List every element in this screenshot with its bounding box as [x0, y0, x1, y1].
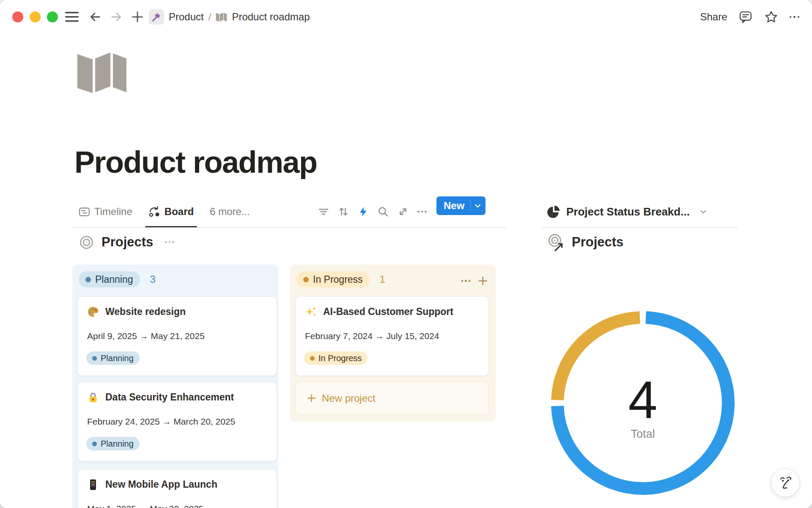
status-pill-inprogress: In Progress — [296, 271, 370, 287]
tab-timeline-label: Timeline — [94, 206, 132, 218]
app-window: Product / Product roadmap Share — [0, 0, 812, 508]
comment-icon — [739, 10, 753, 24]
project-card-mobile-app[interactable]: New Mobile App Launch May 1, 2025 → May … — [77, 469, 277, 508]
column-options-button[interactable] — [461, 280, 471, 282]
status-label: Planning — [95, 274, 133, 285]
pie-chart-icon — [547, 205, 560, 218]
filter-icon — [318, 206, 329, 217]
map-icon — [216, 12, 227, 22]
new-button[interactable]: New — [436, 200, 470, 212]
project-card-data-security[interactable]: Data Security Enhancement February 24, 2… — [77, 382, 277, 461]
board-icon — [148, 206, 160, 218]
sidebar-toggle-button[interactable] — [65, 11, 79, 22]
breadcrumb-separator: / — [208, 11, 211, 23]
ai-face-icon — [777, 475, 793, 491]
view-more-options-button[interactable] — [417, 211, 427, 213]
forward-arrow-icon — [110, 11, 123, 23]
new-button-dropdown[interactable] — [471, 202, 486, 210]
status-label: Planning — [101, 439, 134, 449]
more-views-button[interactable]: 6 more... — [210, 206, 250, 218]
traffic-light-close[interactable] — [12, 11, 23, 22]
hamburger-icon — [65, 11, 79, 22]
back-arrow-icon — [89, 11, 102, 23]
expand-button[interactable] — [398, 206, 409, 217]
share-button[interactable]: Share — [700, 11, 727, 23]
target-icon — [79, 235, 94, 250]
breadcrumb-item-product[interactable]: Product — [169, 11, 204, 23]
sort-icon — [338, 206, 349, 217]
breadcrumb-workspace-button[interactable] — [149, 9, 164, 25]
star-icon — [764, 10, 778, 24]
palette-icon — [87, 306, 99, 318]
filter-button[interactable] — [318, 206, 329, 217]
sort-button[interactable] — [338, 206, 349, 217]
chevron-down-icon — [474, 202, 481, 210]
mobile-icon — [87, 478, 99, 491]
search-icon — [378, 206, 389, 217]
project-card-ai-support[interactable]: AI-Based Customer Support February 7, 20… — [295, 296, 489, 376]
widget-header-dropdown[interactable]: Project Status Breakd... — [547, 196, 708, 228]
sparkles-icon — [304, 306, 317, 318]
card-title: Data Security Enhancement — [105, 392, 234, 403]
favorite-button[interactable] — [764, 10, 778, 24]
tab-board-label: Board — [165, 206, 194, 218]
new-project-button[interactable]: New project — [295, 382, 489, 414]
new-button-group: New — [436, 196, 486, 215]
donut-total-label: Total — [551, 428, 735, 441]
card-status-tag: Planning — [86, 437, 140, 450]
status-dot — [92, 442, 97, 446]
expand-icon — [398, 206, 409, 217]
new-project-label: New project — [322, 392, 376, 404]
card-date-range: February 7, 2024 → July 15, 2024 — [305, 331, 439, 341]
tab-board[interactable]: Board — [148, 196, 194, 228]
status-pill-planning: Planning — [79, 271, 140, 287]
card-date-range: May 1, 2025 → May 30, 2025 — [87, 504, 204, 508]
hammer-icon — [151, 12, 162, 22]
project-card-website-redesign[interactable]: Website redesign April 9, 2025 → May 21,… — [77, 296, 277, 376]
traffic-light-zoom[interactable] — [47, 11, 58, 22]
section-options-button[interactable] — [165, 241, 174, 243]
lock-icon — [87, 391, 99, 404]
column-count: 1 — [380, 273, 385, 285]
board-section-header: Projects — [79, 232, 174, 252]
back-button[interactable] — [89, 11, 102, 23]
column-inprogress-header[interactable]: In Progress 1 — [296, 271, 385, 287]
card-date-range: February 24, 2025 → March 20, 2025 — [87, 417, 235, 427]
search-button[interactable] — [378, 206, 389, 217]
status-dot — [92, 356, 97, 361]
automations-button[interactable] — [358, 206, 369, 217]
status-label: In Progress — [318, 353, 362, 363]
lightning-icon — [358, 206, 369, 217]
breadcrumb-item-product-roadmap[interactable]: Product roadmap — [232, 11, 310, 23]
status-dot — [303, 277, 309, 282]
card-status-tag: Planning — [86, 351, 140, 365]
views-divider — [72, 227, 506, 228]
view-toolbar — [318, 196, 427, 228]
more-options-button[interactable] — [790, 16, 800, 18]
plus-icon — [307, 393, 316, 403]
page-icon[interactable] — [77, 51, 127, 95]
forward-button[interactable] — [110, 11, 123, 23]
chart-section-title: Projects — [572, 235, 623, 250]
column-count: 3 — [150, 273, 156, 285]
timeline-icon — [79, 206, 90, 218]
ai-assistant-button[interactable] — [771, 468, 800, 497]
new-tab-button[interactable] — [131, 10, 144, 24]
tab-timeline[interactable]: Timeline — [79, 196, 132, 228]
column-planning-header[interactable]: Planning 3 — [79, 271, 156, 287]
donut-total-value: 4 — [551, 373, 735, 426]
chevron-down-icon — [699, 207, 708, 216]
traffic-light-minimize[interactable] — [30, 11, 41, 22]
view-tabs: Timeline Board 6 more... — [79, 196, 250, 228]
card-title: AI-Based Customer Support — [323, 306, 453, 318]
widget-title: Project Status Breakd... — [566, 205, 690, 218]
titlebar-actions: Share — [700, 9, 799, 25]
comments-button[interactable] — [739, 10, 753, 24]
board-section-title: Projects — [102, 235, 153, 250]
add-card-icon[interactable] — [477, 276, 488, 286]
column-controls — [461, 276, 488, 286]
page-title: Product roadmap — [74, 146, 317, 179]
breadcrumb: Product / Product roadmap — [149, 9, 310, 25]
plus-icon — [131, 10, 144, 24]
card-status-tag: In Progress — [304, 351, 368, 365]
